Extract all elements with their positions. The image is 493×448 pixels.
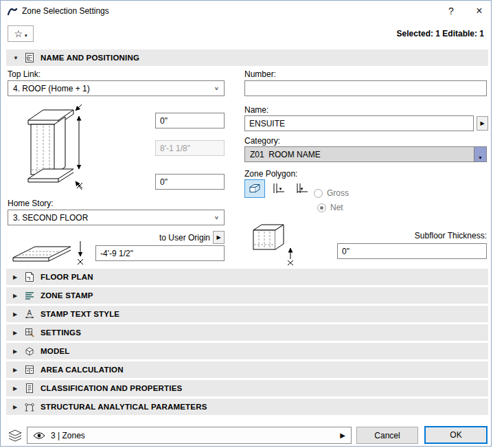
collapsed-arrow-icon: ▶ xyxy=(13,367,23,373)
collapsed-arrow-icon: ▶ xyxy=(13,274,23,280)
zones-selector-label: 3 | Zones xyxy=(51,431,85,440)
app-icon xyxy=(7,5,18,16)
stamp-text-style-icon: A xyxy=(23,309,36,320)
flyout-arrow-icon: ▶ xyxy=(340,432,345,439)
window-titlebar[interactable]: Zone Selection Settings ? × xyxy=(1,1,491,21)
settings-icon xyxy=(23,327,36,338)
gross-radio[interactable]: Gross xyxy=(314,188,349,198)
zone-height-diagram xyxy=(12,104,108,197)
category-value: Z01 ROOM NAME xyxy=(245,147,474,161)
radio-icon xyxy=(314,189,323,198)
top-link-select[interactable]: 4. ROOF (Home + 1) ∨ xyxy=(8,80,225,96)
svg-text:A: A xyxy=(27,309,32,317)
star-icon: ☆ xyxy=(14,28,23,39)
panel-title: MODEL xyxy=(41,347,70,355)
dropdown-caret-icon: ▼ xyxy=(478,155,483,160)
home-story-value: 3. SECOND FLOOR xyxy=(13,213,88,223)
zone-height-input xyxy=(155,140,225,156)
layers-icon xyxy=(8,429,23,443)
top-link-label: Top Link: xyxy=(8,69,41,79)
to-user-origin-label: to User Origin xyxy=(117,233,210,243)
collapsed-arrow-icon: ▶ xyxy=(13,348,23,355)
panel-title: NAME AND POSITIONING xyxy=(41,54,139,62)
panel-structural-analytical[interactable]: ▶ STRUCTURAL ANALYTICAL PARAMETERS xyxy=(6,399,488,415)
zone-polygon-inner-edge-button[interactable] xyxy=(268,179,288,198)
favorites-button[interactable]: ☆ ▾ xyxy=(8,25,34,42)
panel-title: FLOOR PLAN xyxy=(41,273,93,281)
eye-icon xyxy=(33,432,45,440)
name-flyout-button[interactable]: ▶ xyxy=(477,116,488,131)
category-picker-button[interactable]: ▼ xyxy=(474,147,486,161)
gross-label: Gross xyxy=(327,188,349,198)
panel-title: AREA CALCULATION xyxy=(41,366,124,374)
panel-classification-properties[interactable]: ▶ CLASSIFICATION AND PROPERTIES xyxy=(6,380,488,396)
collapsed-arrow-icon: ▶ xyxy=(13,293,23,299)
top-offset-input[interactable] xyxy=(155,113,225,128)
structural-analytical-icon xyxy=(23,401,36,412)
zone-polygon-outer-edge-button[interactable] xyxy=(291,179,312,198)
radio-selected-icon xyxy=(317,203,326,212)
collapsed-arrow-icon: ▶ xyxy=(13,311,23,317)
home-story-select[interactable]: 3. SECOND FLOOR ∨ xyxy=(8,210,225,225)
help-button[interactable]: ? xyxy=(437,1,465,21)
name-positioning-header[interactable]: ▼ NAME AND POSITIONING xyxy=(6,49,488,66)
classification-properties-icon xyxy=(23,383,36,394)
zone-polygon-3d-button[interactable] xyxy=(244,179,265,198)
net-label: Net xyxy=(330,203,343,212)
chevron-down-icon: ∨ xyxy=(214,214,219,220)
name-input[interactable] xyxy=(244,115,474,131)
panel-model[interactable]: ▶ MODEL xyxy=(6,343,488,359)
zone-inner-edge-icon xyxy=(271,183,285,194)
expanded-arrow-icon: ▼ xyxy=(13,55,23,61)
collapsed-arrow-icon: ▶ xyxy=(13,385,23,392)
subfloor-diagram xyxy=(246,222,315,266)
zone-selection-settings-dialog: Zone Selection Settings ? × ☆ ▾ Selected… xyxy=(0,0,492,447)
panel-title: STAMP TEXT STYLE xyxy=(41,310,119,318)
category-label: Category: xyxy=(244,136,280,146)
panel-floor-plan[interactable]: ▶ FLOOR PLAN xyxy=(6,269,488,285)
category-select[interactable]: Z01 ROOM NAME ▼ xyxy=(244,146,487,162)
chevron-down-icon: ∨ xyxy=(214,85,219,91)
home-story-label: Home Story: xyxy=(8,199,54,208)
ok-button[interactable]: OK xyxy=(424,426,488,444)
zone-stamp-icon xyxy=(23,290,36,301)
bottom-offset-input[interactable] xyxy=(155,174,225,190)
elevation-input[interactable] xyxy=(95,245,225,261)
elevation-diagram xyxy=(9,240,94,266)
panel-zone-stamp[interactable]: ▶ ZONE STAMP xyxy=(6,287,488,304)
zone-outer-edge-icon xyxy=(295,183,308,194)
flyout-arrow-icon: ▶ xyxy=(216,234,220,240)
panel-stamp-text-style[interactable]: ▶ A STAMP TEXT STYLE xyxy=(6,306,488,322)
panel-title: SETTINGS xyxy=(41,328,81,337)
net-radio[interactable]: Net xyxy=(317,203,343,212)
zone-3d-icon xyxy=(248,183,262,194)
panel-title: ZONE STAMP xyxy=(41,291,93,300)
zones-selector[interactable]: 3 | Zones ▶ xyxy=(27,427,352,444)
flyout-arrow-icon: ▶ xyxy=(480,120,484,126)
number-label: Number: xyxy=(244,69,276,79)
number-input[interactable] xyxy=(244,80,487,96)
cancel-button[interactable]: Cancel xyxy=(356,427,418,444)
panel-settings[interactable]: ▶ SETTINGS xyxy=(6,324,488,341)
name-label: Name: xyxy=(244,105,268,115)
collapsed-arrow-icon: ▶ xyxy=(13,404,23,410)
area-calculation-icon xyxy=(23,364,36,375)
panel-title: STRUCTURAL ANALYTICAL PARAMETERS xyxy=(41,403,207,411)
panel-area-calculation[interactable]: ▶ AREA CALCULATION xyxy=(6,361,488,378)
subfloor-thickness-label: Subfloor Thickness: xyxy=(343,231,487,240)
model-icon xyxy=(23,346,36,357)
collapsed-arrow-icon: ▶ xyxy=(13,330,23,336)
subfloor-thickness-input[interactable] xyxy=(337,243,487,259)
selection-status: Selected: 1 Editable: 1 xyxy=(397,29,484,38)
close-button[interactable]: × xyxy=(466,1,492,21)
to-user-origin-flyout-button[interactable]: ▶ xyxy=(213,231,225,244)
panel-title: CLASSIFICATION AND PROPERTIES xyxy=(41,384,182,392)
favorites-caret-icon: ▾ xyxy=(25,33,27,38)
zone-polygon-label: Zone Polygon: xyxy=(244,169,297,179)
window-title: Zone Selection Settings xyxy=(22,6,109,16)
layers-button[interactable] xyxy=(6,428,24,443)
top-link-value: 4. ROOF (Home + 1) xyxy=(13,84,90,93)
floor-plan-icon xyxy=(23,271,36,282)
name-positioning-icon xyxy=(23,52,36,63)
